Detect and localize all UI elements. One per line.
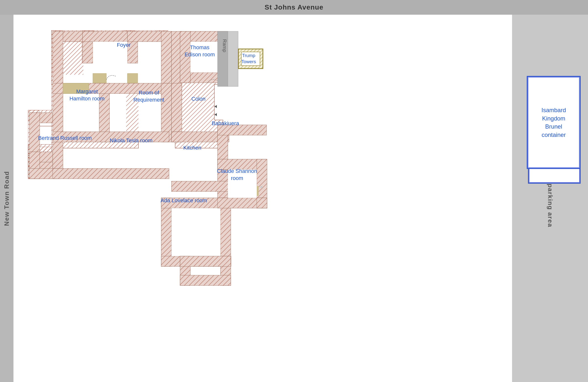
svg-rect-82 [241,52,260,66]
top-street-label: St Johns Avenue [265,3,323,11]
floor-plan: Foyer Margaret Hamilton room Room of Req… [14,15,512,382]
svg-rect-32 [161,31,171,85]
svg-rect-70 [180,275,231,285]
svg-rect-61 [171,181,229,191]
svg-rect-79 [260,186,262,188]
svg-rect-67 [171,208,220,256]
left-street-label: New Town Road [3,171,11,226]
svg-rect-78 [257,198,267,208]
isambard-container: Isambard Kingdom Brunel container [527,76,581,169]
svg-rect-77 [257,186,259,196]
isambard-label: Isambard Kingdom Brunel container [533,106,574,139]
svg-rect-71 [180,256,231,266]
svg-rect-55 [228,31,238,86]
svg-rect-47 [53,132,169,142]
left-street: New Town Road [0,15,14,382]
svg-rect-62 [53,168,169,179]
right-area: Car parking area Isambard Kingdom Brunel… [512,15,588,382]
svg-rect-45 [63,83,89,94]
svg-rect-80 [218,125,267,135]
svg-rect-54 [218,31,228,86]
svg-rect-34 [93,74,106,83]
svg-rect-52 [180,31,190,83]
svg-rect-76 [228,169,257,198]
svg-marker-83 [214,105,217,108]
main-floorplan [14,15,512,382]
top-street: St Johns Avenue [0,0,588,15]
svg-rect-36 [53,31,63,168]
svg-marker-84 [214,113,217,116]
svg-rect-53 [190,42,218,73]
svg-rect-35 [127,74,138,83]
